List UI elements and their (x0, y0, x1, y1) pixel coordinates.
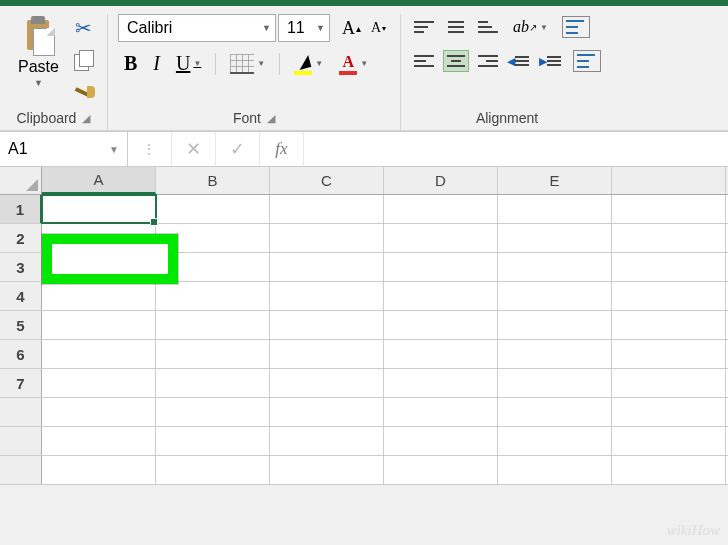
cell[interactable] (156, 282, 270, 310)
cell[interactable] (270, 456, 384, 484)
font-size-combo[interactable]: 11 ▼ (278, 14, 330, 42)
row-header[interactable] (0, 427, 42, 455)
clipboard-launcher-icon[interactable]: ◢ (82, 112, 90, 125)
cell[interactable] (384, 253, 498, 281)
cell[interactable] (498, 398, 612, 426)
cell[interactable] (156, 340, 270, 368)
format-painter-button[interactable] (71, 80, 97, 104)
column-header[interactable]: A (42, 167, 156, 194)
column-header[interactable]: D (384, 167, 498, 194)
cell[interactable] (156, 311, 270, 339)
cell[interactable] (270, 311, 384, 339)
paste-button[interactable]: Paste ▼ (10, 14, 67, 88)
align-left-button[interactable] (411, 50, 437, 72)
insert-function-button[interactable]: fx (260, 132, 304, 166)
column-header[interactable]: E (498, 167, 612, 194)
cell[interactable] (156, 427, 270, 455)
cell[interactable] (612, 282, 726, 310)
cell[interactable] (384, 369, 498, 397)
formula-menu-button[interactable]: ⋮ (128, 132, 172, 166)
cell[interactable] (498, 427, 612, 455)
align-top-button[interactable] (411, 16, 437, 38)
cell[interactable] (156, 195, 270, 223)
cell[interactable] (612, 311, 726, 339)
cell[interactable] (384, 456, 498, 484)
align-middle-button[interactable] (443, 16, 469, 38)
wrap-text-button[interactable] (560, 14, 592, 40)
fill-color-button[interactable]: ◢▼ (288, 50, 329, 77)
cell[interactable] (384, 311, 498, 339)
cell[interactable] (42, 398, 156, 426)
orientation-button[interactable]: ab↗▼ (507, 16, 554, 38)
enter-formula-button[interactable]: ✓ (216, 132, 260, 166)
cell[interactable] (42, 427, 156, 455)
select-all-corner[interactable] (0, 167, 42, 194)
cell[interactable] (612, 427, 726, 455)
cell[interactable] (498, 195, 612, 223)
cell[interactable] (498, 340, 612, 368)
cell[interactable] (156, 456, 270, 484)
cell[interactable] (42, 282, 156, 310)
align-center-button[interactable] (443, 50, 469, 72)
cell[interactable] (156, 398, 270, 426)
cell[interactable] (612, 369, 726, 397)
underline-button[interactable]: U▼ (170, 50, 207, 77)
cell[interactable] (42, 369, 156, 397)
decrease-indent-button[interactable]: ◀ (507, 50, 533, 72)
cut-button[interactable]: ✂ (71, 16, 97, 40)
paste-dropdown-icon[interactable]: ▼ (34, 78, 43, 88)
cell[interactable] (498, 369, 612, 397)
cell[interactable] (384, 398, 498, 426)
row-header[interactable]: 3 (0, 253, 42, 281)
cell[interactable] (498, 224, 612, 252)
row-header[interactable] (0, 398, 42, 426)
italic-button[interactable]: I (147, 50, 166, 77)
merge-button[interactable] (571, 48, 603, 74)
cell[interactable] (270, 369, 384, 397)
cell[interactable] (384, 427, 498, 455)
cell[interactable] (384, 340, 498, 368)
align-right-button[interactable] (475, 50, 501, 72)
cell[interactable] (384, 282, 498, 310)
column-header[interactable] (612, 167, 726, 194)
copy-button[interactable] (71, 48, 97, 72)
cell[interactable] (498, 311, 612, 339)
font-name-combo[interactable]: Calibri ▼ (118, 14, 276, 42)
cell[interactable] (612, 398, 726, 426)
cell[interactable] (384, 195, 498, 223)
cell[interactable] (498, 282, 612, 310)
align-bottom-button[interactable] (475, 16, 501, 38)
cell[interactable] (612, 340, 726, 368)
borders-button[interactable]: ▼ (224, 52, 271, 76)
cancel-formula-button[interactable]: ✕ (172, 132, 216, 166)
increase-indent-button[interactable]: ▶ (539, 50, 565, 72)
cell[interactable] (156, 253, 270, 281)
row-header[interactable] (0, 456, 42, 484)
row-header[interactable]: 6 (0, 340, 42, 368)
column-header[interactable]: C (270, 167, 384, 194)
cell[interactable] (42, 456, 156, 484)
cell[interactable] (156, 224, 270, 252)
font-launcher-icon[interactable]: ◢ (267, 112, 275, 125)
cell[interactable] (42, 340, 156, 368)
row-header[interactable]: 2 (0, 224, 42, 252)
cell[interactable] (270, 224, 384, 252)
cell[interactable] (384, 224, 498, 252)
column-header[interactable]: B (156, 167, 270, 194)
row-header[interactable]: 5 (0, 311, 42, 339)
grow-font-button[interactable]: A (338, 16, 365, 41)
cell[interactable] (42, 311, 156, 339)
cell[interactable] (498, 253, 612, 281)
cell[interactable] (612, 253, 726, 281)
cell-a1[interactable] (42, 195, 156, 223)
cell[interactable] (42, 224, 156, 252)
formula-input[interactable] (304, 132, 728, 166)
name-box[interactable]: A1 ▼ (0, 132, 128, 166)
cell[interactable] (612, 224, 726, 252)
cell[interactable] (270, 282, 384, 310)
cell[interactable] (156, 369, 270, 397)
bold-button[interactable]: B (118, 50, 143, 77)
font-color-button[interactable]: A▼ (333, 51, 374, 77)
cell[interactable] (270, 195, 384, 223)
cell[interactable] (612, 195, 726, 223)
